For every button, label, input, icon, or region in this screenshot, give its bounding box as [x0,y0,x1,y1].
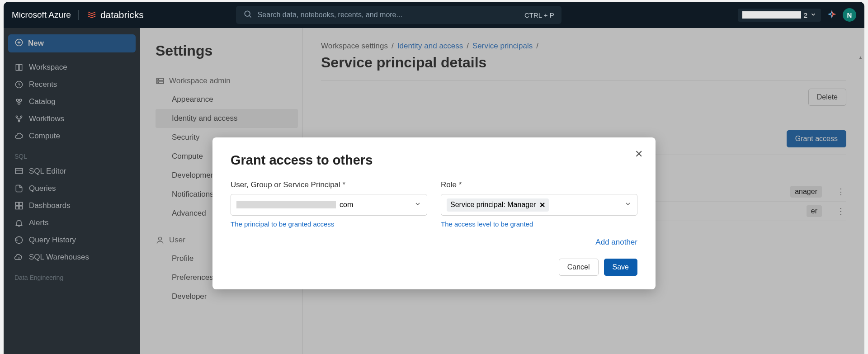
principal-value-redacted [236,201,336,208]
svg-point-0 [245,11,250,16]
settings-group-admin: Workspace admin [156,72,302,90]
svg-rect-17 [19,203,23,206]
svg-point-9 [19,99,22,101]
role-field-label: Role * [441,180,637,189]
cloud-icon [14,132,24,141]
close-modal-button[interactable]: ✕ [635,148,643,160]
topbar: Microsoft Azure databricks Search data, … [4,2,864,28]
plus-circle-icon [14,38,24,49]
bell-icon [14,218,24,227]
principal-field-label: User, Group or Service Principal * [231,180,427,189]
queries-icon [14,184,24,193]
brand-azure[interactable]: Microsoft Azure [12,10,79,20]
nav-compute[interactable]: Compute [8,127,136,145]
role-selected-tag: Service principal: Manager ✕ [447,198,549,212]
svg-point-13 [18,120,19,122]
svg-point-12 [20,116,22,117]
nav-workflows[interactable]: Workflows [8,110,136,127]
row-actions-menu[interactable]: ⋮ [835,206,846,216]
workspace-switcher[interactable]: 2 [738,9,821,22]
history-icon [14,236,24,245]
nav-catalog[interactable]: Catalog [8,93,136,110]
nav-sql-editor[interactable]: SQL Editor [8,163,136,180]
user-icon [156,236,165,245]
nav-queries[interactable]: Queries [8,180,136,197]
warehouse-icon [14,253,24,262]
admin-icon [156,76,165,85]
search-icon [243,9,252,20]
svg-point-25 [159,237,162,240]
nav-sql-warehouses[interactable]: SQL Warehouses [8,249,136,266]
chevron-down-icon [414,200,421,209]
grant-access-modal: ✕ Grant access to others User, Group or … [212,137,656,289]
brand-databricks[interactable]: databricks [87,9,144,21]
scroll-up-indicator[interactable]: ▲ [858,55,864,61]
modal-title: Grant access to others [231,153,637,168]
nav-dashboards[interactable]: Dashboards [8,197,136,214]
nav-recents[interactable]: Recents [8,76,136,93]
left-navigation: New Workspace Recents Catalog Workflows … [4,28,140,354]
settings-item-appearance[interactable]: Appearance [156,90,298,109]
cancel-button[interactable]: Cancel [559,259,599,276]
workspace-name-redacted [742,11,801,19]
clock-icon [14,80,24,89]
settings-title: Settings [156,42,302,59]
grant-access-button[interactable]: Grant access [787,130,846,147]
nav-alerts[interactable]: Alerts [8,214,136,231]
new-button[interactable]: New [8,34,136,52]
principal-helper-text: The principal to be granted access [231,220,427,228]
assistant-icon[interactable] [827,10,836,19]
svg-rect-5 [16,64,19,70]
chevron-down-icon [624,200,632,209]
role-chip: er [807,205,822,217]
svg-rect-14 [16,168,23,174]
remove-tag-icon[interactable]: ✕ [539,201,545,209]
body: New Workspace Recents Catalog Workflows … [4,28,864,354]
svg-rect-16 [16,203,19,206]
svg-point-11 [16,116,17,117]
svg-point-8 [16,99,19,101]
app-window: Microsoft Azure databricks Search data, … [4,2,864,354]
workspace-icon [14,63,24,72]
close-icon: ✕ [635,148,643,160]
svg-point-24 [158,82,159,83]
workflows-icon [14,114,24,123]
breadcrumb: Workspace settings / Identity and access… [321,42,846,51]
page-title: Service principal details [321,54,846,71]
save-button[interactable]: Save [604,259,637,276]
dashboards-icon [14,201,24,210]
svg-rect-19 [19,206,23,209]
sql-editor-icon [14,167,24,176]
catalog-icon [14,97,24,106]
nav-workspace[interactable]: Workspace [8,59,136,76]
role-helper-text: The access level to be granted [441,220,637,228]
role-chip: anager [790,186,822,198]
chevron-down-icon [810,11,816,19]
databricks-logo-icon [87,9,97,21]
nav-section-data-engineering: Data Engineering [8,266,136,284]
user-avatar[interactable]: N [843,8,856,22]
settings-item-identity-and-access[interactable]: Identity and access [156,109,298,128]
nav-section-sql: SQL [8,145,136,163]
settings-item-developer[interactable]: Developer [156,287,298,306]
principal-select[interactable]: com [231,194,427,216]
search-keyboard-hint: CTRL + P [524,11,554,19]
svg-point-10 [18,102,20,104]
add-another-link[interactable]: Add another [231,238,637,247]
row-actions-menu[interactable]: ⋮ [835,187,846,197]
svg-rect-6 [19,64,22,70]
role-select[interactable]: Service principal: Manager ✕ [441,194,637,216]
search-placeholder: Search data, notebooks, recents, and mor… [258,11,402,19]
svg-point-23 [158,79,159,80]
breadcrumb-service-principals[interactable]: Service principals [472,42,533,51]
breadcrumb-root[interactable]: Workspace settings [321,42,388,51]
delete-button[interactable]: Delete [808,89,846,106]
svg-line-1 [249,16,251,18]
nav-query-history[interactable]: Query History [8,231,136,249]
global-search[interactable]: Search data, notebooks, recents, and mor… [236,6,561,24]
svg-rect-18 [16,206,19,209]
breadcrumb-identity-access[interactable]: Identity and access [397,42,463,51]
